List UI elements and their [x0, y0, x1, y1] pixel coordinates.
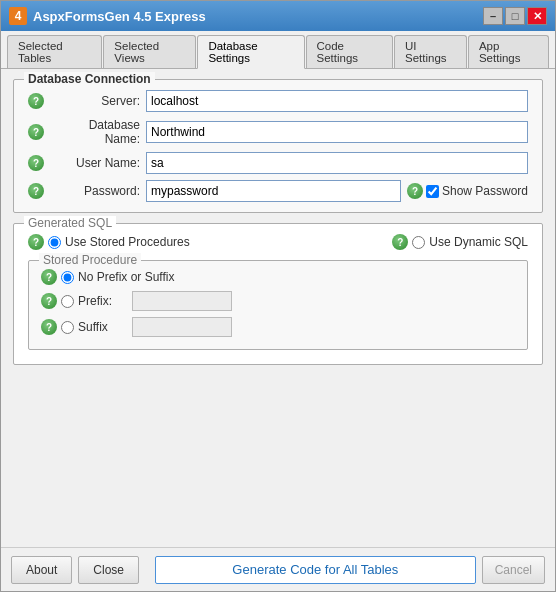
generated-sql-group: Generated SQL ? Use Stored Procedures ? …: [13, 223, 543, 365]
server-help-icon[interactable]: ?: [28, 93, 44, 109]
password-row: ? Password: ? Show Password: [28, 180, 528, 202]
suffix-radio[interactable]: [61, 321, 74, 334]
suffix-input[interactable]: [132, 317, 232, 337]
no-prefix-label: No Prefix or Suffix: [78, 270, 174, 284]
close-button[interactable]: ✕: [527, 7, 547, 25]
password-input-area: ? Show Password: [146, 180, 528, 202]
database-name-help-icon[interactable]: ?: [28, 124, 44, 140]
password-help-icon[interactable]: ?: [28, 183, 44, 199]
generate-button[interactable]: Generate Code for All Tables: [155, 556, 476, 584]
prefix-row: ? Prefix:: [41, 291, 515, 311]
show-password-label[interactable]: Show Password: [442, 184, 528, 198]
username-label: User Name:: [50, 156, 140, 170]
window-title: AspxFormsGen 4.5 Express: [33, 9, 206, 24]
tab-ui-settings[interactable]: UI Settings: [394, 35, 467, 68]
database-connection-group: Database Connection ? Server: ? Database…: [13, 79, 543, 213]
stored-procedure-label: Stored Procedure: [39, 253, 141, 267]
app-icon: 4: [9, 7, 27, 25]
minimize-button[interactable]: –: [483, 7, 503, 25]
use-stored-procedures-label: Use Stored Procedures: [65, 235, 190, 249]
tab-code-settings[interactable]: Code Settings: [306, 35, 393, 68]
username-help-icon[interactable]: ?: [28, 155, 44, 171]
username-input[interactable]: [146, 152, 528, 174]
tab-database-settings[interactable]: Database Settings: [197, 35, 304, 69]
tabs-bar: Selected Tables Selected Views Database …: [1, 31, 555, 69]
tab-selected-views[interactable]: Selected Views: [103, 35, 196, 68]
prefix-radio[interactable]: [61, 295, 74, 308]
password-label: Password:: [50, 184, 140, 198]
suffix-help-icon[interactable]: ?: [41, 319, 57, 335]
database-name-label: Database Name:: [50, 118, 140, 146]
no-prefix-radio[interactable]: [61, 271, 74, 284]
tab-app-settings[interactable]: App Settings: [468, 35, 549, 68]
dynamic-sql-help-icon[interactable]: ?: [392, 234, 408, 250]
server-row: ? Server:: [28, 90, 528, 112]
stored-proc-help-icon[interactable]: ?: [28, 234, 44, 250]
window-controls: – □ ✕: [483, 7, 547, 25]
username-row: ? User Name:: [28, 152, 528, 174]
no-prefix-help-icon[interactable]: ?: [41, 269, 57, 285]
server-label: Server:: [50, 94, 140, 108]
prefix-input[interactable]: [132, 291, 232, 311]
maximize-button[interactable]: □: [505, 7, 525, 25]
use-dynamic-sql-radio[interactable]: [412, 236, 425, 249]
password-input[interactable]: [146, 180, 401, 202]
server-input[interactable]: [146, 90, 528, 112]
prefix-help-icon[interactable]: ?: [41, 293, 57, 309]
cancel-button: Cancel: [482, 556, 545, 584]
prefix-label: Prefix:: [78, 294, 128, 308]
use-dynamic-sql-label: Use Dynamic SQL: [429, 235, 528, 249]
show-password-checkbox[interactable]: [426, 185, 439, 198]
sql-options-row: ? Use Stored Procedures ? Use Dynamic SQ…: [28, 234, 528, 250]
suffix-label: Suffix: [78, 320, 128, 334]
database-connection-label: Database Connection: [24, 72, 155, 86]
about-button[interactable]: About: [11, 556, 72, 584]
database-name-row: ? Database Name:: [28, 118, 528, 146]
main-window: 4 AspxFormsGen 4.5 Express – □ ✕ Selecte…: [0, 0, 556, 592]
use-stored-procedures-option: ? Use Stored Procedures: [28, 234, 190, 250]
suffix-row: ? Suffix: [41, 317, 515, 337]
use-dynamic-sql-option: ? Use Dynamic SQL: [392, 234, 528, 250]
tab-selected-tables[interactable]: Selected Tables: [7, 35, 102, 68]
database-name-input[interactable]: [146, 121, 528, 143]
password-show-help-icon[interactable]: ?: [407, 183, 423, 199]
main-content: Database Connection ? Server: ? Database…: [1, 69, 555, 547]
footer: About Close Generate Code for All Tables…: [1, 547, 555, 591]
title-bar: 4 AspxFormsGen 4.5 Express – □ ✕: [1, 1, 555, 31]
generated-sql-label: Generated SQL: [24, 216, 116, 230]
no-prefix-suffix-row: ? No Prefix or Suffix: [41, 269, 515, 285]
show-password-area: ? Show Password: [407, 183, 528, 199]
use-stored-procedures-radio[interactable]: [48, 236, 61, 249]
close-button-footer[interactable]: Close: [78, 556, 139, 584]
stored-procedure-group: Stored Procedure ? No Prefix or Suffix ?…: [28, 260, 528, 350]
